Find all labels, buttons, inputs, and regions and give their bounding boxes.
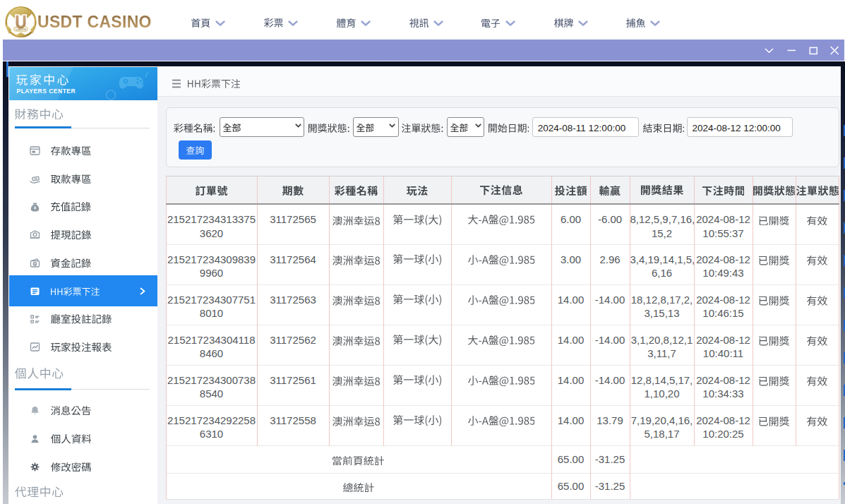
svg-text:Casino: Casino [16,27,27,31]
svg-text:¥: ¥ [33,205,36,210]
